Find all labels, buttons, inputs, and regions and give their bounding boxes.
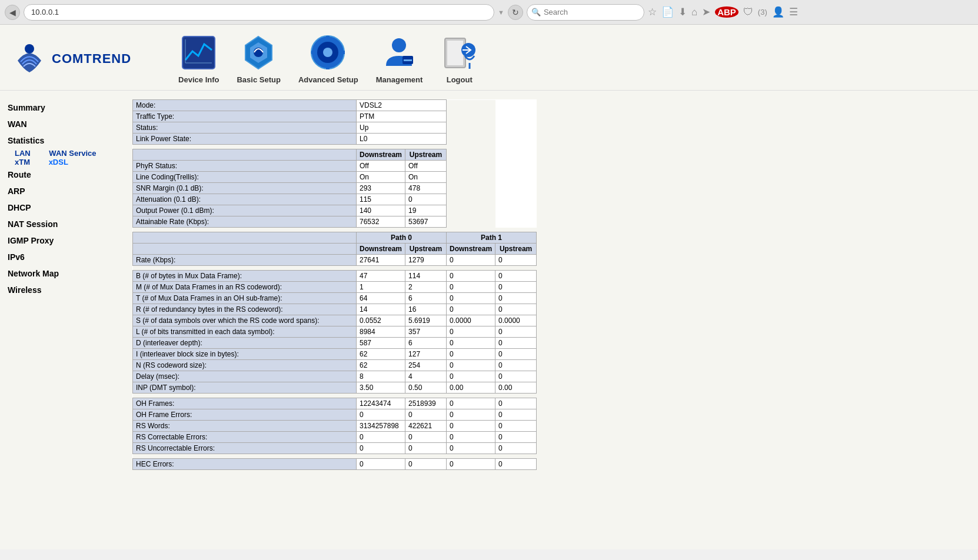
search-wrapper: 🔍: [527, 4, 644, 21]
spacer-row: [133, 266, 537, 271]
user-icon[interactable]: 👤: [772, 6, 784, 18]
nav-advanced-setup-label: Advanced Setup: [298, 75, 358, 84]
table-row: Line Coding(Trellis): On On: [133, 172, 537, 183]
nav-icon[interactable]: ➤: [702, 6, 710, 18]
table-row: Delay (msec): 8 4 0 0: [133, 371, 537, 382]
basic-setup-icon: [239, 34, 278, 72]
logo-text: COMTREND: [52, 51, 131, 66]
nav-advanced-setup[interactable]: Advanced Setup: [298, 34, 358, 84]
table-row: Attainable Rate (Kbps): 76532 53697: [133, 216, 537, 228]
table-row: Output Power (0.1 dBm): 140 19: [133, 205, 537, 216]
traffic-type-label: Traffic Type:: [133, 111, 357, 122]
adblock-icon[interactable]: ABP: [715, 6, 739, 18]
link-power-value: L0: [357, 134, 447, 145]
xdsl-table: Mode: VDSL2 Traffic Type: PTM Status: Up…: [132, 99, 537, 470]
nav-device-info[interactable]: Device Info: [178, 34, 219, 84]
mode-label: Mode:: [133, 100, 357, 111]
upstream-header: Upstream: [405, 149, 447, 161]
bookmark-icon[interactable]: 📄: [661, 6, 674, 18]
sidebar-item-xtm[interactable]: xTM: [3, 155, 35, 169]
svg-rect-10: [326, 36, 330, 42]
nav-management-label: Management: [376, 75, 423, 84]
svg-point-0: [25, 44, 34, 54]
table-row: Traffic Type: PTM: [133, 111, 537, 122]
sidebar-item-dhcp[interactable]: DHCP: [3, 199, 121, 216]
table-row: Attenuation (0.1 dB): 115 0: [133, 194, 537, 205]
spacer-row: [133, 394, 537, 398]
sidebar-item-arp[interactable]: ARP: [3, 183, 121, 199]
table-row: SNR Margin (0.1 dB): 293 478: [133, 183, 537, 194]
path0-ds-header: Downstream: [357, 244, 405, 255]
download-icon[interactable]: ⬇: [678, 6, 687, 18]
reload-button[interactable]: ↻: [508, 5, 523, 20]
nav-logout-label: Logout: [447, 75, 473, 84]
sidebar-item-summary[interactable]: Summary: [3, 99, 121, 116]
table-row: INP (DMT symbol): 3.50 0.50 0.00 0.00: [133, 382, 537, 394]
search-input[interactable]: [527, 4, 644, 21]
management-icon: [380, 34, 418, 72]
table-row: PhyR Status: Off Off: [133, 161, 537, 172]
table-row: Link Power State: L0: [133, 134, 537, 145]
traffic-type-value: PTM: [357, 111, 447, 122]
star-icon[interactable]: ☆: [648, 6, 657, 18]
page-header: COMTREND Device Info Basic Setup: [0, 25, 978, 91]
logo-area: COMTREND: [12, 43, 131, 75]
nav-basic-setup[interactable]: Basic Setup: [237, 34, 280, 84]
sidebar-item-ipv6[interactable]: IPv6: [3, 249, 121, 265]
search-icon: 🔍: [531, 8, 541, 16]
sidebar-item-igmp-proxy[interactable]: IGMP Proxy: [3, 232, 121, 249]
mode-value: VDSL2: [357, 100, 447, 111]
sidebar: Summary WAN Statistics LAN WAN Service x…: [0, 91, 124, 549]
table-row: R (# of redundancy bytes in the RS codew…: [133, 304, 537, 315]
nav-logout[interactable]: Logout: [440, 34, 478, 84]
sidebar-item-xdsl[interactable]: xDSL: [37, 155, 73, 169]
table-row: RS Uncorrectable Errors: 0 0 0 0: [133, 443, 537, 454]
table-row: T (# of Mux Data Frames in an OH sub-fra…: [133, 293, 537, 304]
table-row: Status: Up: [133, 122, 537, 134]
table-row: N (RS codeword size): 62 254 0 0: [133, 360, 537, 371]
path0-header: Path 0: [357, 232, 447, 244]
url-bar[interactable]: 10.0.0.1: [24, 4, 494, 21]
sidebar-item-network-map[interactable]: Network Map: [3, 265, 121, 282]
table-row: M (# of Mux Data Frames in an RS codewor…: [133, 282, 537, 293]
svg-rect-1: [182, 36, 215, 69]
sidebar-item-wan[interactable]: WAN: [3, 116, 121, 132]
advanced-setup-icon: [309, 34, 347, 72]
dropdown-icon: ▼: [498, 9, 504, 16]
nav-device-info-label: Device Info: [178, 75, 219, 84]
table-row: OH Frames: 12243474 2518939 0 0: [133, 398, 537, 409]
table-row: RS Words: 3134257898 422621 0 0: [133, 421, 537, 432]
sidebar-item-wireless[interactable]: Wireless: [3, 282, 121, 298]
shield-icon[interactable]: 🛡: [743, 6, 753, 18]
table-row: S (# of data symbols over which the RS c…: [133, 315, 537, 326]
path-header-row1: Path 0 Path 1: [133, 232, 537, 244]
svg-point-14: [392, 38, 406, 52]
downstream-header: Downstream: [357, 149, 405, 161]
table-row: D (interleaver depth): 587 6 0 0: [133, 338, 537, 349]
table-row: I (interleaver block size in bytes): 62 …: [133, 349, 537, 360]
direction-header-row: Downstream Upstream: [133, 149, 537, 161]
path1-ds-header: Downstream: [447, 244, 495, 255]
back-button[interactable]: ◀: [5, 5, 20, 20]
status-value: Up: [357, 122, 447, 134]
path1-header: Path 1: [447, 232, 537, 244]
table-row: HEC Errors: 0 0 0 0: [133, 459, 537, 470]
path0-us-header: Upstream: [405, 244, 447, 255]
svg-rect-16: [404, 59, 412, 61]
nav-icons: Device Info Basic Setup Advance: [178, 34, 478, 84]
browser-chrome: ◀ 10.0.0.1 ▼ ↻ 🔍 ☆ 📄 ⬇ ⌂ ➤ ABP 🛡 (3) 👤 ☰: [0, 0, 978, 25]
nav-management[interactable]: Management: [376, 34, 423, 84]
sidebar-item-nat-session[interactable]: NAT Session: [3, 216, 121, 232]
table-row: OH Frame Errors: 0 0 0 0: [133, 409, 537, 421]
link-power-label: Link Power State:: [133, 134, 357, 145]
path-header-row2: Downstream Upstream Downstream Upstream: [133, 244, 537, 255]
menu-icon[interactable]: ☰: [789, 6, 798, 18]
url-text: 10.0.0.1: [31, 8, 59, 16]
browser-toolbar-icons: ☆ 📄 ⬇ ⌂ ➤ ABP 🛡 (3) 👤 ☰: [648, 6, 798, 18]
main-layout: Summary WAN Statistics LAN WAN Service x…: [0, 91, 978, 549]
content-area: Mode: VDSL2 Traffic Type: PTM Status: Up…: [124, 91, 978, 549]
logout-icon: [440, 34, 478, 72]
home-icon[interactable]: ⌂: [691, 6, 697, 18]
table-row: B (# of bytes in Mux Data Frame): 47 114…: [133, 271, 537, 282]
tabs-count[interactable]: (3): [758, 8, 767, 16]
